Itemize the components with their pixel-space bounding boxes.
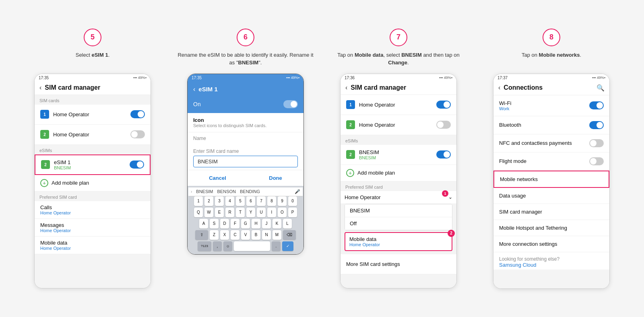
kbd-r[interactable]: R	[225, 208, 234, 217]
step-7-more-settings[interactable]: More SIM card settings	[341, 254, 456, 274]
kbd-6[interactable]: 6	[246, 196, 255, 206]
kbd-j[interactable]: J	[262, 219, 271, 228]
step-6-cancel-btn[interactable]: Cancel	[201, 173, 234, 183]
step-8-mobile-networks[interactable]: Mobile networks	[493, 171, 609, 188]
step-6-on-toggle[interactable]	[283, 100, 298, 108]
step-5-sim2[interactable]: 2 Home Operator	[35, 125, 151, 145]
kbd-k[interactable]: K	[272, 219, 281, 228]
step-8-more-settings[interactable]: More connection settings	[493, 236, 609, 252]
step-8-wifi[interactable]: Wi-Fi Work	[493, 95, 609, 116]
step-8-hotspot[interactable]: Mobile Hotspot and Tethering	[493, 220, 609, 236]
kbd-row-bottom: ?123 , ☺ . ✓	[188, 241, 303, 251]
step-5-messages[interactable]: Messages Home Operator	[35, 219, 151, 237]
kbd-v[interactable]: V	[241, 230, 250, 240]
kbd-5[interactable]: 5	[236, 196, 245, 206]
step-5-back-arrow[interactable]: ‹	[39, 84, 41, 91]
step-8-back-arrow[interactable]: ‹	[498, 84, 500, 91]
step-7-esim1-toggle[interactable]	[436, 150, 451, 158]
kbd-g[interactable]: G	[241, 219, 250, 228]
step-6-on-section[interactable]: On	[188, 97, 303, 113]
kbd-shift[interactable]: ⇧	[195, 230, 208, 240]
kbd-comma[interactable]: ,	[213, 241, 222, 251]
step-7-option-bnesim[interactable]: BNESIM	[345, 204, 452, 217]
step-5-calls[interactable]: Calls Home Operator	[35, 201, 151, 219]
step-8-flight[interactable]: Flight mode	[493, 152, 609, 171]
step-7-dropdown-list: BNESIM Off	[345, 204, 452, 231]
step-8-nfc[interactable]: NFC and contactless payments	[493, 134, 609, 152]
kbd-3[interactable]: 3	[215, 196, 224, 206]
kbd-m[interactable]: M	[272, 230, 281, 240]
kbd-1[interactable]: 1	[194, 196, 203, 206]
kbd-u[interactable]: U	[257, 208, 266, 217]
step-5-sim2-toggle[interactable]	[130, 130, 145, 138]
step-8-bluetooth[interactable]: Bluetooth	[493, 116, 609, 134]
kbd-d[interactable]: D	[220, 219, 229, 228]
step-7-sim1-toggle[interactable]	[436, 101, 451, 109]
kbd-123[interactable]: ?123	[198, 241, 211, 251]
step-6-status-icons: ▪▪▪ 49%▪	[286, 76, 299, 80]
step-7-back-arrow[interactable]: ‹	[345, 84, 347, 91]
step-8-flight-toggle[interactable]	[589, 157, 604, 165]
step-7-phone: 17:36 ▪▪▪ 49%▪ ‹ SIM card manager 1 Home…	[340, 74, 457, 288]
step-8-samsung-cloud[interactable]: Samsung Cloud	[499, 262, 604, 268]
step-5-esim1-badge: 2	[41, 160, 50, 169]
step-7-option-off[interactable]: Off	[345, 217, 452, 230]
kbd-w[interactable]: W	[204, 208, 213, 217]
kbd-i[interactable]: I	[267, 208, 276, 217]
step-7-sim1[interactable]: 1 Home Operator	[341, 95, 456, 115]
kbd-8[interactable]: 8	[267, 196, 276, 206]
step-5-sim1-toggle[interactable]	[130, 110, 145, 118]
step-7-dropdown-header[interactable]: Home Operator ⌄ 1	[341, 191, 456, 204]
step-8-nfc-toggle[interactable]	[589, 139, 604, 147]
kbd-h[interactable]: H	[252, 219, 260, 228]
step-6-input-field[interactable]: BNESIM	[193, 156, 298, 167]
kbd-4[interactable]: 4	[225, 196, 234, 206]
step-5-mobiledata[interactable]: Mobile data Home Operator	[35, 237, 151, 254]
kbd-f[interactable]: F	[231, 219, 239, 228]
kbd-emoji[interactable]: ☺	[223, 241, 232, 251]
kbd-7[interactable]: 7	[257, 196, 266, 206]
step-5-header-title: SIM card manager	[45, 84, 100, 91]
step-5-column: 5 Select eSIM 1. 17:35 ▪▪▪ 49%▪ ‹ SIM ca…	[24, 29, 161, 288]
kbd-e[interactable]: E	[215, 208, 224, 217]
step-8-bt-toggle[interactable]	[589, 121, 604, 129]
kbd-y[interactable]: Y	[246, 208, 255, 217]
kbd-l[interactable]: L	[283, 219, 292, 228]
step-8-search-icon[interactable]: 🔍	[597, 84, 605, 92]
kbd-a[interactable]: A	[199, 219, 208, 228]
step-8-status-bar: 17:37 ▪▪▪ 49%▪	[493, 74, 609, 82]
step-7-esim1[interactable]: 2 BNESIM BNESIM	[341, 145, 456, 165]
kbd-b[interactable]: B	[252, 230, 260, 240]
step-8-sim-manager[interactable]: SIM card manager	[493, 204, 609, 220]
kbd-space[interactable]	[234, 241, 270, 251]
step-8-data-usage[interactable]: Data usage	[493, 188, 609, 204]
kbd-z[interactable]: Z	[210, 230, 219, 240]
kbd-p[interactable]: P	[288, 208, 297, 217]
step-6-done-btn[interactable]: Done	[261, 173, 290, 183]
kbd-s[interactable]: S	[210, 219, 219, 228]
kbd-x[interactable]: X	[220, 230, 229, 240]
step-5-esim1-toggle[interactable]	[130, 161, 144, 169]
step-8-wifi-toggle[interactable]	[589, 101, 604, 109]
kbd-period[interactable]: .	[272, 241, 281, 251]
step-7-mobile-data[interactable]: 2 Mobile data Home Operator	[345, 232, 452, 251]
kbd-2[interactable]: 2	[204, 196, 213, 206]
kbd-c[interactable]: C	[231, 230, 239, 240]
step-5-sim1[interactable]: 1 Home Operator	[35, 105, 151, 125]
step-7-section3: Preferred SIM card	[341, 181, 456, 191]
kbd-t[interactable]: T	[236, 208, 245, 217]
kbd-0[interactable]: 0	[288, 196, 297, 206]
step-7-sim2-toggle[interactable]	[436, 121, 451, 129]
step-8-description: Tap on Mobile networks.	[522, 51, 581, 69]
kbd-done[interactable]: ✓	[282, 241, 293, 251]
step-5-add-plan[interactable]: + Add mobile plan	[35, 175, 151, 191]
step-7-sim2[interactable]: 2 Home Operator	[341, 115, 456, 135]
kbd-q[interactable]: Q	[194, 208, 203, 217]
kbd-backspace[interactable]: ⌫	[283, 230, 296, 240]
step-7-add-plan[interactable]: + Add mobile plan	[341, 165, 456, 181]
kbd-n[interactable]: N	[262, 230, 271, 240]
step-6-back-arrow[interactable]: ‹	[193, 86, 195, 93]
step-5-esim1[interactable]: 2 eSIM 1 BNESIM	[35, 154, 151, 175]
kbd-o[interactable]: O	[278, 208, 287, 217]
kbd-9[interactable]: 9	[278, 196, 287, 206]
